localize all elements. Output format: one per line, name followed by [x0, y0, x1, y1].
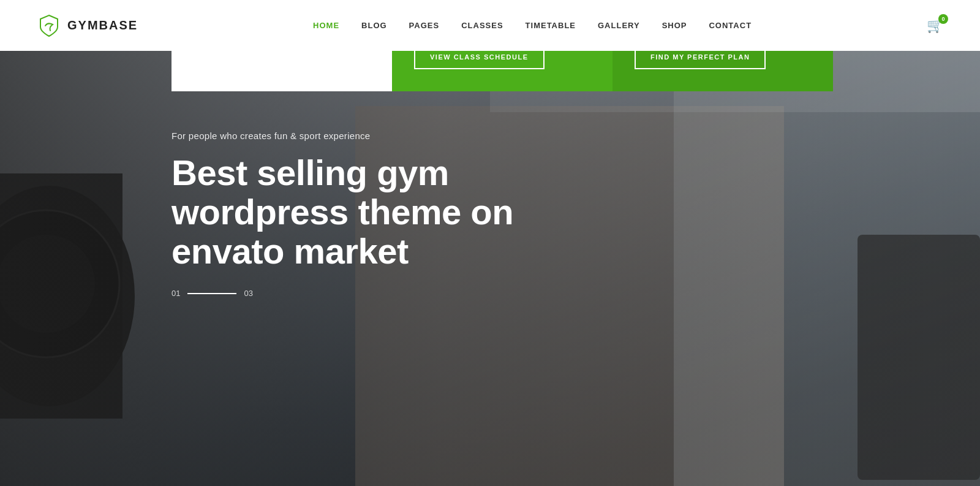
nav-timetable[interactable]: TIMETABLE — [526, 21, 576, 30]
pagination-bar[interactable] — [187, 293, 236, 294]
goals-button[interactable]: VIEW CLASS SCHEDULE — [414, 51, 545, 69]
logo-icon — [37, 13, 61, 38]
night-card: Train Day and Night Around-the-clock acc… — [612, 51, 833, 91]
nav-home[interactable]: HOME — [313, 21, 339, 30]
pagination-end: 03 — [244, 289, 252, 298]
night-button[interactable]: FIND MY PERFECT PLAN — [635, 51, 766, 69]
hero-content: For people who creates fun & sport exper… — [172, 131, 551, 298]
nav-pages[interactable]: PAGES — [409, 21, 440, 30]
hero-subtitle: For people who creates fun & sport exper… — [172, 131, 551, 141]
hero-pagination: 01 03 — [172, 289, 551, 298]
hero-title: Best selling gym wordpress theme on enva… — [172, 153, 551, 270]
upcoming-classes-card: Upcoming Classes See what is next Yoga P… — [172, 51, 392, 91]
bottom-cards: Upcoming Classes See what is next Yoga P… — [172, 51, 833, 91]
nav-shop[interactable]: SHOP — [662, 21, 687, 30]
nav-contact[interactable]: CONTACT — [709, 21, 752, 30]
logo-text: GYMBASE — [67, 18, 138, 32]
hero-section: For people who creates fun & sport exper… — [0, 51, 980, 486]
logo[interactable]: GYMBASE — [37, 13, 138, 38]
cart-badge: 0 — [938, 14, 948, 24]
main-nav: HOME BLOG PAGES CLASSES TIMETABLE GALLER… — [313, 21, 752, 30]
nav-blog[interactable]: BLOG — [361, 21, 387, 30]
nav-classes[interactable]: CLASSES — [461, 21, 503, 30]
pagination-start: 01 — [172, 289, 180, 298]
cart-button[interactable]: 🛒 0 — [927, 18, 943, 34]
header: GYMBASE HOME BLOG PAGES CLASSES TIMETABL… — [0, 0, 980, 51]
nav-gallery[interactable]: GALLERY — [598, 21, 640, 30]
goals-card: Achieve Your Goals Experience healthier … — [392, 51, 612, 91]
